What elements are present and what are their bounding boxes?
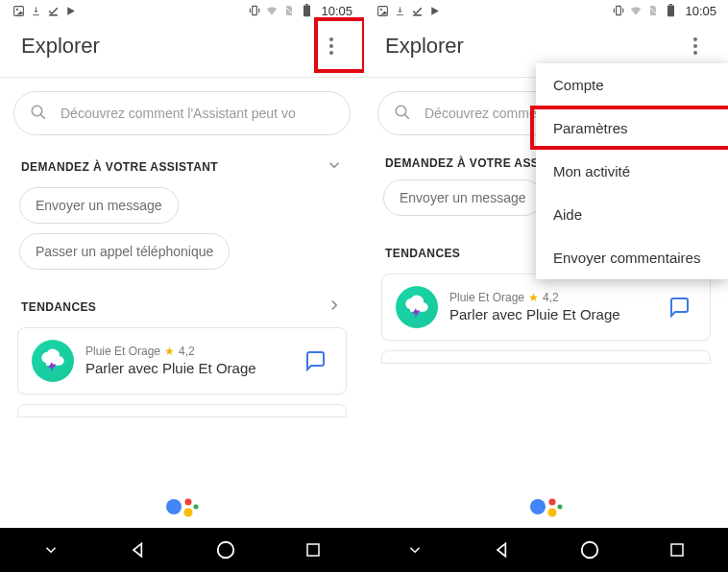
chip-phone-call[interactable]: Passer un appel téléphonique bbox=[19, 233, 230, 270]
trend-rating: 4,2 bbox=[179, 345, 195, 358]
overflow-menu-button[interactable] bbox=[678, 29, 713, 63]
search-input[interactable]: Découvrez comment l'Assistant peut vo bbox=[13, 91, 351, 135]
trend-app-name: Pluie Et Orage bbox=[449, 291, 524, 304]
svg-point-23 bbox=[396, 106, 406, 116]
trend-action-label: Parler avec Pluie Et Orage bbox=[85, 360, 286, 378]
page-title: Explorer bbox=[21, 34, 100, 59]
menu-item-settings[interactable]: Paramètres bbox=[536, 107, 728, 150]
svg-point-10 bbox=[184, 499, 191, 506]
check-icon bbox=[410, 4, 424, 17]
svg-point-11 bbox=[183, 509, 192, 517]
chevron-down-icon bbox=[326, 156, 343, 178]
chat-icon[interactable] bbox=[298, 344, 332, 378]
svg-rect-21 bbox=[667, 5, 674, 16]
svg-rect-31 bbox=[671, 544, 683, 556]
svg-point-26 bbox=[548, 499, 555, 506]
battery-icon bbox=[664, 4, 677, 17]
main-content: Découvrez comment l'Assistant peut vo DE… bbox=[0, 78, 364, 417]
section-trends-header[interactable]: TENDANCES bbox=[21, 297, 343, 318]
app-header: Explorer bbox=[0, 21, 364, 78]
vibrate-icon bbox=[248, 4, 261, 17]
status-bar: 10:05 bbox=[0, 0, 364, 21]
menu-item-feedback[interactable]: Envoyer commentaires bbox=[536, 236, 728, 279]
nav-home-icon[interactable] bbox=[570, 531, 609, 569]
trend-card-next-peek bbox=[17, 404, 347, 417]
nav-back-icon[interactable] bbox=[483, 531, 522, 569]
phone-screen-left: 10:05 Explorer Découvrez comment l'Assis… bbox=[0, 0, 364, 572]
app-icon-pluie-orage bbox=[32, 340, 74, 382]
svg-marker-2 bbox=[67, 7, 75, 15]
android-nav-bar bbox=[0, 528, 364, 572]
status-right-icons: 10:05 bbox=[612, 4, 716, 18]
nav-recents-icon[interactable] bbox=[294, 531, 332, 569]
download-icon bbox=[393, 4, 406, 17]
trend-card[interactable]: Pluie Et Orage ★ 4,2 Parler avec Pluie E… bbox=[17, 327, 347, 394]
no-sim-icon bbox=[646, 4, 660, 17]
menu-item-activity[interactable]: Mon activité bbox=[536, 150, 728, 193]
battery-icon bbox=[300, 4, 313, 17]
app-icon-pluie-orage bbox=[396, 286, 438, 328]
search-placeholder: Découvrez comment l'Assistant peut vo bbox=[61, 106, 296, 121]
trend-card-text: Pluie Et Orage ★ 4,2 Parler avec Pluie E… bbox=[449, 291, 650, 324]
chip-send-message[interactable]: Envoyer un message bbox=[19, 187, 179, 224]
play-icon bbox=[63, 4, 77, 17]
more-vert-icon bbox=[693, 37, 697, 55]
google-assistant-logo[interactable] bbox=[163, 493, 202, 520]
nav-back-icon[interactable] bbox=[119, 531, 158, 569]
status-bar: 10:05 bbox=[364, 0, 728, 21]
svg-point-17 bbox=[379, 8, 381, 10]
trend-action-label: Parler avec Pluie Et Orage bbox=[449, 306, 650, 324]
phone-screen-right: 10:05 Explorer Découvrez comment l'Assis… bbox=[364, 0, 728, 572]
search-icon bbox=[30, 104, 47, 124]
trend-rating: 4,2 bbox=[543, 291, 559, 304]
no-sim-icon bbox=[282, 4, 296, 17]
svg-rect-22 bbox=[669, 4, 672, 5]
section-assistant-title: DEMANDEZ À VOTRE ASS bbox=[385, 156, 539, 170]
svg-marker-13 bbox=[133, 543, 141, 556]
section-trends-title: TENDANCES bbox=[385, 247, 460, 260]
menu-item-help[interactable]: Aide bbox=[536, 193, 728, 236]
image-icon bbox=[376, 4, 389, 17]
status-right-icons: 10:05 bbox=[248, 4, 352, 18]
chip-send-message[interactable]: Envoyer un message bbox=[383, 179, 543, 216]
svg-rect-15 bbox=[307, 544, 319, 556]
trend-card-text: Pluie Et Orage ★ 4,2 Parler avec Pluie E… bbox=[85, 345, 286, 378]
nav-home-icon[interactable] bbox=[206, 531, 245, 569]
svg-rect-19 bbox=[617, 6, 621, 14]
svg-rect-5 bbox=[303, 5, 310, 16]
section-assistant-title: DEMANDEZ À VOTRE ASSISTANT bbox=[21, 160, 218, 174]
svg-point-25 bbox=[530, 499, 546, 514]
search-icon bbox=[394, 104, 411, 124]
section-assistant-header[interactable]: DEMANDEZ À VOTRE ASSISTANT bbox=[21, 156, 343, 178]
svg-rect-3 bbox=[253, 6, 257, 14]
nav-chevron-down-icon[interactable] bbox=[396, 531, 434, 569]
download-icon bbox=[29, 4, 42, 17]
star-icon: ★ bbox=[528, 291, 539, 304]
svg-point-28 bbox=[557, 505, 562, 510]
section-trends-title: TENDANCES bbox=[21, 300, 96, 314]
assistant-chip-row: Envoyer un message Passer un appel télép… bbox=[19, 187, 345, 270]
nav-chevron-down-icon[interactable] bbox=[32, 531, 70, 569]
overflow-menu-button[interactable] bbox=[314, 29, 349, 63]
play-icon bbox=[427, 4, 441, 17]
status-time: 10:05 bbox=[685, 4, 716, 18]
overflow-menu: Compte Paramètres Mon activité Aide Envo… bbox=[536, 63, 728, 279]
google-assistant-logo[interactable] bbox=[527, 493, 566, 520]
android-nav-bar bbox=[364, 528, 728, 572]
menu-item-account[interactable]: Compte bbox=[536, 63, 728, 107]
page-title: Explorer bbox=[385, 34, 464, 59]
svg-point-12 bbox=[193, 505, 198, 510]
trend-app-name: Pluie Et Orage bbox=[85, 345, 160, 358]
check-icon bbox=[46, 4, 60, 17]
svg-point-7 bbox=[32, 106, 42, 116]
more-vert-icon bbox=[329, 37, 333, 55]
svg-point-27 bbox=[547, 509, 556, 517]
svg-line-8 bbox=[40, 114, 45, 119]
vibrate-icon bbox=[612, 4, 625, 17]
svg-point-14 bbox=[218, 542, 234, 559]
svg-rect-6 bbox=[305, 4, 308, 5]
trend-card[interactable]: Pluie Et Orage ★ 4,2 Parler avec Pluie E… bbox=[381, 274, 711, 341]
star-icon: ★ bbox=[164, 345, 175, 358]
nav-recents-icon[interactable] bbox=[658, 531, 696, 569]
chat-icon[interactable] bbox=[662, 290, 696, 324]
